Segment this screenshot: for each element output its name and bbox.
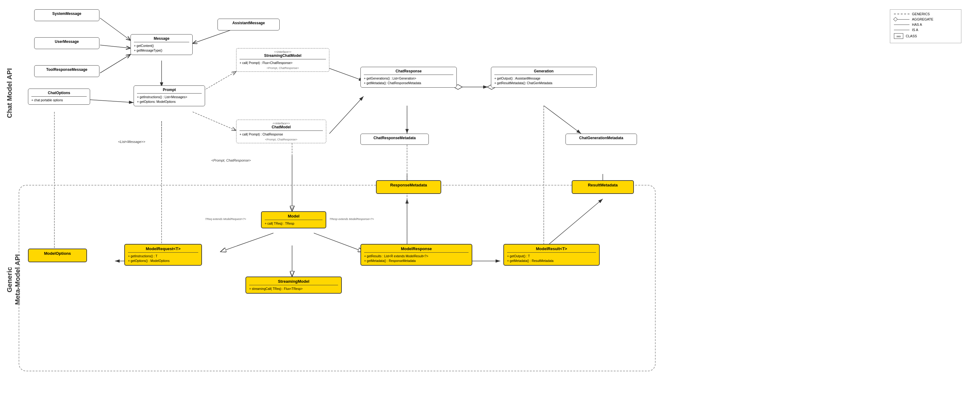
model-request-box: ModelRequest<T> + getInstructions() : T … [124,244,202,266]
assistant-message-title: AssistantMessage [221,21,276,25]
tool-response-message-title: ToolResponseMessage [38,67,96,72]
tool-response-message-box: ToolResponseMessage [34,65,99,77]
chat-model-api-label: Chat Model API [6,13,14,174]
svg-line-3 [100,18,130,40]
model-response-title: ModelResponse [364,246,469,251]
diagram-container: Chat Model API GenericMeta-Model API Sys… [0,0,980,394]
prompt-chatresponse-label: <Prompt, ChatResponse> [211,159,251,162]
chat-options-title: ChatOptions [31,91,87,95]
result-metadata-box: ResultMetadata [572,180,634,194]
legend-class: xxx CLASS [894,33,957,39]
model-options-title: ModelOptions [32,251,83,256]
svg-line-11 [329,68,364,81]
user-message-box: UserMessage [34,37,99,49]
chat-response-metadata-box: ChatResponseMetadata [360,133,429,145]
response-metadata-box: ResponseMetadata [376,180,441,194]
legend-is-a-label: IS A [912,28,918,32]
chat-model-title: ChatModel [240,125,323,129]
legend-has-a-label: HAS A [912,23,922,26]
message-box: Message + getContent() + getMessageType(… [130,34,192,55]
chat-options-box: ChatOptions + chat portable options [28,89,90,105]
model-request-title: ModelRequest<T> [128,246,198,251]
streaming-chat-model-box: <<interface>> StreamingChatModel + call(… [236,48,329,72]
legend-aggregate-label: AGGREGATE [912,17,933,21]
model-result-title: ModelResult<T> [507,246,596,251]
prompt-title: Prompt [137,87,202,92]
svg-line-10 [192,112,236,130]
chat-generation-metadata-title: ChatGenerationMetadata [569,136,633,140]
svg-line-15 [544,106,581,133]
model-result-box: ModelResult<T> + getOutput() : T + getMe… [503,244,600,266]
legend-is-a: IS A [894,28,957,32]
result-metadata-title: ResultMetadata [576,183,630,187]
assistant-message-box: AssistantMessage [218,19,280,30]
treq-label: TReq extends ModelRequest<?> [205,218,246,221]
user-message-title: UserMessage [38,40,96,44]
message-methods: + getContent() + getMessageType() [134,43,189,53]
chat-generation-metadata-box: ChatGenerationMetadata [565,133,637,145]
chat-response-metadata-title: ChatResponseMetadata [364,136,425,140]
prompt-box: Prompt + getInstructions() : List<Messag… [134,86,205,106]
svg-line-4 [100,45,130,48]
svg-line-5 [100,54,130,73]
legend: GENERICS AGGREGATE HAS A IS A xxx CLASS [890,10,961,43]
svg-line-8 [86,99,134,103]
legend-generics: GENERICS [894,12,957,16]
system-message-box: SystemMessage [34,10,99,21]
response-metadata-title: ResponseMetadata [380,183,438,187]
legend-class-label: CLASS [906,34,917,38]
chat-model-box: <<interface>> ChatModel + call( Prompt) … [236,120,326,143]
list-message-label: <List<Message>> [118,140,145,143]
streaming-chat-model-title: StreamingChatModel [240,54,326,58]
system-message-title: SystemMessage [38,11,96,16]
message-title: Message [134,37,189,41]
model-options-box: ModelOptions [28,249,87,262]
model-title: Model [265,214,323,218]
legend-has-a: HAS A [894,23,957,26]
chat-response-box: ChatResponse + getGenerations() : List<G… [360,67,457,87]
legend-aggregate: AGGREGATE [894,17,957,21]
model-response-box: ModelResponse + getResults : List<R exte… [360,244,472,266]
generation-title: Generation [494,69,593,73]
message-divider [134,42,189,42]
chat-response-title: ChatResponse [364,69,453,73]
svg-line-12 [329,96,364,133]
legend-generics-label: GENERICS [912,12,930,16]
generation-box: Generation + getOutput() : AssistantMess… [491,67,597,87]
model-box: Model + call( TReq) : TResp [261,211,326,229]
streaming-model-box: StreamingModel + streamingCall( TReq) : … [245,276,342,294]
streaming-model-title: StreamingModel [249,279,338,284]
tresp-label: TResp extends ModelResponse<?> [329,218,374,221]
